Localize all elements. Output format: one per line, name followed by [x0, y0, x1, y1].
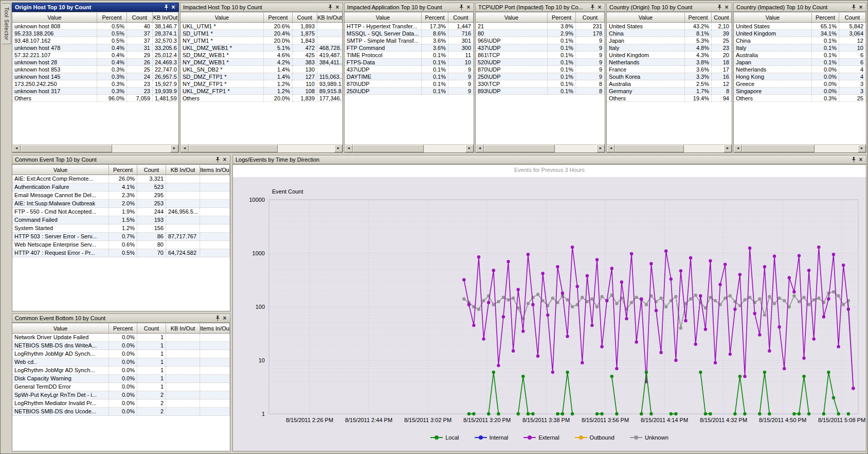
scroll-thumb[interactable] — [21, 145, 112, 152]
table-row[interactable]: Netherlands3.8%18 — [607, 59, 732, 66]
close-icon[interactable]: × — [334, 4, 341, 11]
table-row[interactable]: Greece0.0%3 — [734, 80, 866, 88]
column-header[interactable]: Value — [476, 12, 548, 23]
table-row[interactable]: LogRhythm JobMgr AD Synch...0.0%1 — [12, 350, 230, 358]
column-header[interactable]: Count — [127, 12, 153, 23]
horizontal-scrollbar[interactable]: ◄ ► — [476, 144, 605, 152]
column-header[interactable]: Percent — [548, 12, 576, 23]
close-icon[interactable]: × — [170, 4, 177, 11]
table-row[interactable]: unknown host 8530.3%2522,747.0 — [12, 66, 178, 73]
table-row[interactable]: System Started1.2%156 — [12, 224, 230, 233]
table-row[interactable]: Disk Capacity Warning0.0%1 — [12, 375, 230, 383]
table-row[interactable]: Germany1.7%8 — [607, 88, 732, 95]
table-row[interactable]: 250\UDP0.1%9 — [345, 88, 474, 95]
table-row[interactable]: HTTP - Hypertext Transfer...17.3%1,447 — [345, 23, 474, 30]
table-row[interactable]: Others19.4%94 — [607, 95, 732, 102]
horizontal-scrollbar[interactable]: ◄ ► — [345, 144, 474, 152]
scroll-thumb[interactable] — [353, 145, 424, 152]
table-row[interactable]: 965\UDP0.1%9 — [476, 37, 605, 44]
table-row[interactable]: 520\UDP0.1%9 — [476, 59, 605, 66]
table-row[interactable]: United States65.1%5,842 — [734, 23, 866, 30]
table-row[interactable]: Hong Kong0.0%4 — [734, 73, 866, 80]
table-row[interactable]: Australia0.1%6 — [734, 51, 866, 59]
column-header[interactable]: Percent — [109, 165, 137, 175]
scroll-right-button[interactable]: ► — [724, 145, 732, 152]
table-row[interactable]: Network Driver Update Failed0.0%1 — [12, 334, 230, 342]
table-row[interactable]: Others20.0%1,839177,346... — [180, 95, 342, 102]
table-row[interactable]: Others96.0%7,0591,481,59 — [12, 95, 178, 102]
scroll-left-button[interactable]: ◄ — [12, 145, 21, 152]
pin-icon[interactable] — [589, 4, 596, 11]
table-row[interactable]: NY_DMZ_WEB1 *4.2%383384,411... — [180, 59, 342, 66]
table-row[interactable]: China8.1%39 — [607, 30, 732, 37]
pin-icon[interactable] — [162, 4, 170, 11]
table-row[interactable]: SD_DMZ_FTP1 *1.4%127115,063... — [180, 73, 342, 80]
scroll-thumb[interactable] — [742, 145, 815, 152]
scroll-left-button[interactable]: ◄ — [607, 145, 615, 152]
table-row[interactable]: Japan5.3%25 — [607, 37, 732, 44]
table-row[interactable]: Italy4.8%23 — [607, 44, 732, 51]
column-header[interactable]: Items In/Out — [200, 165, 230, 175]
scroll-left-button[interactable]: ◄ — [476, 145, 484, 152]
table-row[interactable]: 893\UDP0.1%8 — [476, 88, 605, 95]
panel-titlebar[interactable]: Country (Origin) Top 10 by Count × — [606, 3, 732, 12]
close-icon[interactable]: × — [857, 4, 864, 11]
scroll-left-button[interactable]: ◄ — [734, 145, 742, 152]
pin-icon[interactable] — [214, 315, 221, 322]
column-header[interactable]: Value — [734, 12, 812, 23]
column-header[interactable]: Percent — [685, 12, 712, 23]
table-row[interactable]: Others0.3%25 — [734, 95, 866, 102]
scroll-thumb[interactable] — [484, 145, 555, 152]
table-row[interactable]: France3.6%17 — [607, 66, 732, 73]
table-row[interactable]: SpWr-Put KeyLgr RnTm Det - i...0.0%2 — [12, 391, 230, 399]
close-icon[interactable]: × — [221, 315, 228, 322]
table-row[interactable]: United Kingdom34.1%3,064 — [734, 30, 866, 37]
table-row[interactable]: UKL_UTM1 *20.6%1,893 — [180, 23, 342, 30]
table-row[interactable]: FTPS-Data0.1%10 — [345, 59, 474, 66]
close-icon[interactable]: × — [596, 4, 603, 11]
panel-titlebar[interactable]: Common Event Top 10 by Count × — [12, 155, 230, 164]
table-row[interactable]: Authentication Failure4.1%523 — [12, 183, 230, 191]
column-header[interactable]: Items In/Out — [200, 323, 230, 334]
pin-icon[interactable] — [458, 4, 465, 11]
close-icon[interactable]: × — [221, 156, 228, 163]
table-row[interactable]: SD_UTM1 *20.4%1,875 — [180, 30, 342, 37]
column-header[interactable]: Count — [576, 12, 605, 23]
column-header[interactable]: Count — [293, 12, 317, 23]
pin-icon[interactable] — [327, 4, 334, 11]
table-row[interactable]: TIME Protocol0.1%11 — [345, 51, 474, 59]
panel-titlebar[interactable]: Impacted Host Top 10 by Count × — [180, 3, 343, 12]
column-header[interactable]: Percent — [97, 12, 127, 23]
scroll-right-button[interactable]: ► — [858, 145, 866, 152]
table-row[interactable]: UKL_DMZ_WEB1 *5.1%472468,728... — [180, 44, 342, 51]
column-header[interactable]: Count — [137, 165, 166, 175]
column-header[interactable]: Value — [345, 12, 422, 23]
table-row[interactable]: Email Message Cannot Be Del...2.3%295 — [12, 191, 230, 200]
panel-titlebar[interactable]: Country (Impacted) Top 10 by Count × — [733, 3, 866, 12]
scroll-right-button[interactable]: ► — [596, 145, 605, 152]
table-row[interactable]: UKL_DMZ_FTP1 *1.2%10889,915.8... — [180, 88, 342, 95]
table-row[interactable]: China0.1%12 — [734, 37, 866, 44]
table-row[interactable]: LogRhythm JobMgr AD Synch...0.0%1 — [12, 366, 230, 375]
pin-icon[interactable] — [214, 156, 221, 163]
table-row[interactable]: FTP - 550 - Cmd Not Accepted...1.9%24424… — [12, 208, 230, 216]
table-row[interactable]: Japan0.1%6 — [734, 59, 866, 66]
column-header[interactable]: KB In/Out — [166, 165, 200, 175]
panel-titlebar[interactable]: Origin Host Top 10 by Count × — [12, 3, 179, 12]
column-header[interactable]: Percent — [264, 12, 293, 23]
column-header[interactable]: KB In/Out — [153, 12, 178, 23]
table-row[interactable]: MSSQL - SQL Server Data...8.6%716 — [345, 30, 474, 37]
tool-selector-tab[interactable]: Tool Selector — [2, 3, 11, 44]
table-row[interactable]: United States43.2%2,10 — [607, 23, 732, 30]
close-icon[interactable]: × — [723, 4, 730, 11]
column-header[interactable]: Count — [448, 12, 474, 23]
column-header[interactable]: Count — [137, 323, 166, 334]
table-row[interactable]: 95.233.188.2060.5%3728,374.1 — [12, 30, 178, 37]
column-header[interactable]: Value — [607, 12, 685, 23]
table-row[interactable]: South Korea3.3%16 — [607, 73, 732, 80]
table-row[interactable]: General TermDD Error0.0%1 — [12, 383, 230, 391]
scroll-right-button[interactable]: ► — [465, 145, 474, 152]
table-row[interactable]: 870\UDP0.1%9 — [345, 80, 474, 88]
scroll-left-button[interactable]: ◄ — [345, 145, 353, 152]
pin-icon[interactable] — [716, 4, 723, 11]
